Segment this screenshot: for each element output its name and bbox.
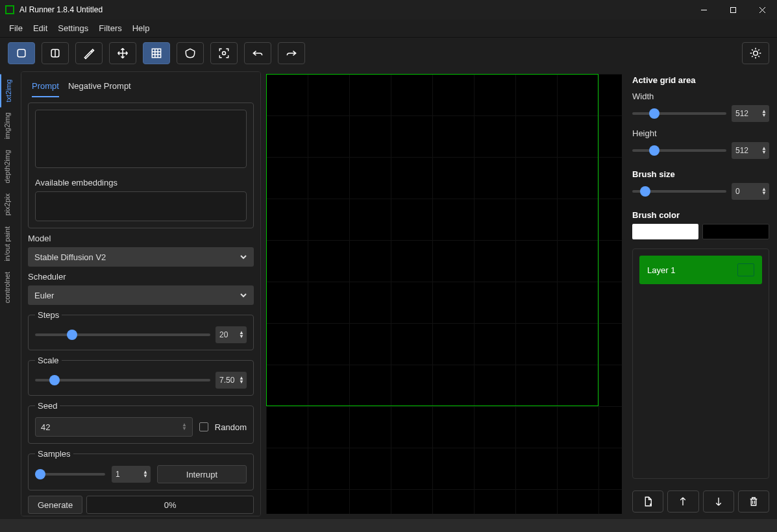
layer-item[interactable]: Layer 1 [639, 256, 762, 284]
active-grid-title: Active grid area [632, 75, 769, 85]
toolbar [0, 38, 777, 69]
menu-filters[interactable]: Filters [93, 21, 127, 36]
scheduler-select[interactable]: Euler [28, 285, 254, 305]
layer-up-button[interactable] [667, 490, 698, 513]
steps-label: Steps [35, 310, 62, 320]
embeddings-label: Available embeddings [35, 178, 247, 191]
statusbar [0, 519, 777, 532]
chevron-down-icon [240, 291, 247, 299]
menu-file[interactable]: File [4, 21, 28, 36]
svg-line-21 [752, 56, 753, 57]
scale-slider[interactable] [35, 379, 210, 381]
menubar: File Edit Settings Filters Help [0, 19, 777, 38]
right-panel: Active grid area Width 512▲▼ Height 512▲… [624, 69, 777, 519]
svg-rect-1 [731, 7, 736, 12]
svg-point-13 [754, 51, 758, 56]
embeddings-list[interactable] [35, 191, 247, 221]
scale-value[interactable]: 7.50▲▼ [216, 372, 247, 389]
steps-slider[interactable] [35, 333, 210, 336]
model-select[interactable]: Stable Diffusion V2 [28, 247, 254, 267]
vertical-tabs: txt2img img2img depth2img pix2pix in/out… [0, 69, 18, 519]
app-icon [5, 5, 14, 14]
samples-value[interactable]: 1▲▼ [112, 466, 151, 483]
close-button[interactable] [748, 0, 777, 19]
height-slider[interactable] [632, 149, 726, 152]
scale-label: Scale [35, 356, 62, 365]
svg-line-20 [758, 49, 759, 51]
tool-move[interactable] [109, 42, 136, 64]
tab-prompt[interactable]: Prompt [32, 79, 59, 97]
vtab-txt2img[interactable]: txt2img [0, 74, 18, 107]
tool-redo[interactable] [278, 42, 305, 64]
tool-canvas-split[interactable] [42, 42, 69, 64]
chevron-down-icon [240, 253, 247, 261]
width-label: Width [632, 91, 769, 101]
brush-color-primary[interactable] [632, 224, 698, 239]
random-label: Random [215, 422, 247, 432]
tool-grid[interactable] [143, 42, 170, 64]
window-title: AI Runner 1.8.4 Untitled [19, 5, 103, 14]
svg-line-18 [752, 49, 753, 51]
maximize-button[interactable] [719, 0, 748, 19]
tool-focus[interactable] [210, 42, 238, 64]
canvas[interactable] [266, 74, 622, 514]
layer-thumbnail [737, 263, 754, 276]
tool-brush[interactable] [75, 42, 103, 64]
layer-down-button[interactable] [703, 490, 734, 513]
brush-size-label: Brush size [632, 169, 769, 179]
vtab-depth2img[interactable]: depth2img [0, 145, 18, 188]
canvas-grid [266, 74, 622, 514]
menu-edit[interactable]: Edit [28, 21, 53, 36]
vtab-pix2pix[interactable]: pix2pix [0, 188, 18, 221]
titlebar: AI Runner 1.8.4 Untitled [0, 0, 777, 19]
height-value[interactable]: 512▲▼ [732, 142, 769, 159]
vtab-img2img[interactable]: img2img [0, 107, 18, 145]
layer-delete-button[interactable] [738, 490, 769, 513]
minimize-button[interactable] [689, 0, 719, 19]
random-checkbox[interactable] [199, 422, 208, 431]
left-panel: Prompt Negative Prompt Available embeddi… [21, 71, 261, 516]
layer-label: Layer 1 [647, 265, 675, 275]
layers-panel: Layer 1 [632, 248, 769, 479]
seed-label: Seed [35, 401, 60, 411]
svg-rect-4 [18, 49, 25, 57]
seed-input[interactable]: 42▲▼ [35, 417, 193, 437]
tool-mask[interactable] [177, 42, 204, 64]
svg-line-19 [758, 56, 759, 57]
interrupt-button[interactable]: Interrupt [157, 465, 247, 483]
prompt-input[interactable] [35, 110, 247, 168]
width-slider[interactable] [632, 112, 726, 115]
model-value: Stable Diffusion V2 [34, 252, 106, 262]
brush-color-label: Brush color [632, 210, 769, 220]
brush-size-slider[interactable] [632, 190, 726, 193]
scheduler-label: Scheduler [28, 272, 254, 285]
svg-rect-7 [152, 49, 160, 57]
samples-slider[interactable] [35, 473, 105, 476]
model-label: Model [28, 234, 254, 247]
tool-canvas-single[interactable] [8, 42, 35, 64]
generate-button[interactable]: Generate [28, 496, 82, 514]
width-value[interactable]: 512▲▼ [732, 105, 769, 122]
brush-size-value[interactable]: 0▲▼ [732, 183, 769, 200]
layer-new-button[interactable] [632, 490, 663, 513]
progress-bar: 0% [86, 496, 254, 514]
menu-help[interactable]: Help [127, 21, 155, 36]
menu-settings[interactable]: Settings [53, 21, 93, 36]
tab-negative-prompt[interactable]: Negative Prompt [68, 79, 131, 97]
brush-color-secondary[interactable] [702, 224, 770, 239]
theme-toggle[interactable] [742, 42, 769, 64]
vtab-inoutpaint[interactable]: in/out paint [0, 221, 18, 267]
vtab-controlnet[interactable]: controlnet [0, 267, 18, 308]
scheduler-value: Euler [34, 291, 54, 300]
tool-undo[interactable] [244, 42, 271, 64]
samples-label: Samples [35, 449, 73, 459]
height-label: Height [632, 128, 769, 138]
steps-value[interactable]: 20▲▼ [216, 326, 247, 343]
svg-point-12 [223, 52, 226, 55]
